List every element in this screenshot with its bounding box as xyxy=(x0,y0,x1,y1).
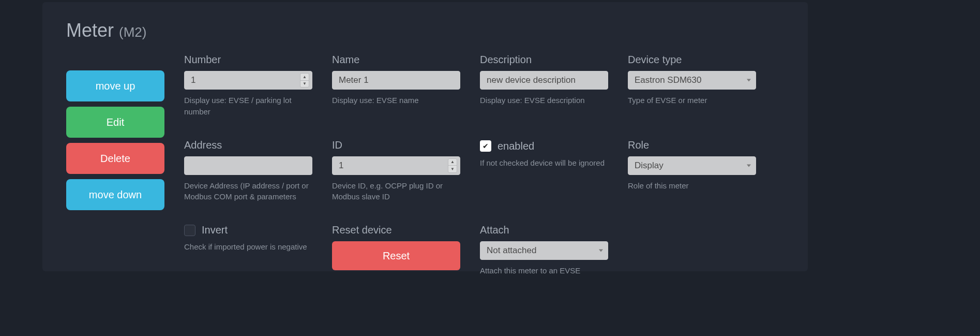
edit-button[interactable]: Edit xyxy=(66,107,164,138)
device-type-hint: Type of EVSE or meter xyxy=(628,95,756,106)
attach-hint: Attach this meter to an EVSE xyxy=(480,265,608,276)
attach-label: Attach xyxy=(480,224,608,236)
attach-select-wrap[interactable] xyxy=(480,241,608,260)
form-grid: Number ▲ ▼ Display use: EVSE / parking l… xyxy=(184,54,784,276)
reset-button[interactable]: Reset xyxy=(332,241,460,270)
page-title: Meter (M2) xyxy=(66,20,784,41)
field-invert: Invert Check if imported power is negati… xyxy=(184,224,312,276)
role-select[interactable] xyxy=(628,156,756,175)
enabled-hint: If not checked device will be ignored xyxy=(480,157,608,169)
device-type-select[interactable] xyxy=(628,71,756,90)
check-icon: ✔ xyxy=(483,142,489,150)
description-hint: Display use: EVSE description xyxy=(480,95,608,106)
address-input[interactable] xyxy=(184,156,312,175)
attach-select[interactable] xyxy=(480,241,608,260)
side-button-column: move up Edit Delete move down xyxy=(66,54,164,276)
chevron-down-icon[interactable]: ▼ xyxy=(448,166,457,172)
panel-body: move up Edit Delete move down Number ▲ ▼… xyxy=(66,54,784,276)
invert-label: Invert xyxy=(202,224,228,236)
id-stepper[interactable]: ▲ ▼ xyxy=(448,158,457,173)
field-role: Role Role of this meter xyxy=(628,139,756,203)
delete-button[interactable]: Delete xyxy=(66,143,164,174)
id-input[interactable] xyxy=(332,156,460,175)
role-label: Role xyxy=(628,139,756,151)
title-main: Meter xyxy=(66,20,114,41)
meter-panel: Meter (M2) move up Edit Delete move down… xyxy=(42,2,808,271)
name-hint: Display use: EVSE name xyxy=(332,95,460,106)
empty-cell xyxy=(628,224,756,276)
role-select-wrap[interactable] xyxy=(628,156,756,175)
field-reset: Reset device Reset xyxy=(332,224,460,276)
move-up-button[interactable]: move up xyxy=(66,70,164,101)
id-hint: Device ID, e.g. OCPP plug ID or Modbus s… xyxy=(332,180,460,203)
number-input-wrap: ▲ ▼ xyxy=(184,71,312,90)
title-sub: (M2) xyxy=(119,24,146,40)
move-down-button[interactable]: move down xyxy=(66,179,164,210)
name-input[interactable] xyxy=(332,71,460,90)
field-address: Address Device Address (IP address / por… xyxy=(184,139,312,203)
chevron-up-icon[interactable]: ▲ xyxy=(448,159,457,166)
field-enabled: ✔ enabled If not checked device will be … xyxy=(480,139,608,203)
number-stepper[interactable]: ▲ ▼ xyxy=(300,73,309,87)
number-label: Number xyxy=(184,54,312,66)
device-type-select-wrap[interactable] xyxy=(628,71,756,90)
name-label: Name xyxy=(332,54,460,66)
invert-row: Invert xyxy=(184,224,312,236)
description-input[interactable] xyxy=(480,71,608,90)
field-attach: Attach Attach this meter to an EVSE xyxy=(480,224,608,276)
address-label: Address xyxy=(184,139,312,151)
field-number: Number ▲ ▼ Display use: EVSE / parking l… xyxy=(184,54,312,118)
invert-hint: Check if imported power is negative xyxy=(184,241,312,253)
address-hint: Device Address (IP address / port or Mod… xyxy=(184,180,312,203)
field-description: Description Display use: EVSE descriptio… xyxy=(480,54,608,118)
number-hint: Display use: EVSE / parking lot number xyxy=(184,95,312,118)
id-label: ID xyxy=(332,139,460,151)
field-name: Name Display use: EVSE name xyxy=(332,54,460,118)
id-input-wrap: ▲ ▼ xyxy=(332,156,460,175)
chevron-down-icon[interactable]: ▼ xyxy=(300,81,309,87)
enabled-row: ✔ enabled xyxy=(480,140,608,152)
number-input[interactable] xyxy=(184,71,312,90)
chevron-up-icon[interactable]: ▲ xyxy=(300,74,309,81)
field-id: ID ▲ ▼ Device ID, e.g. OCPP plug ID or M… xyxy=(332,139,460,203)
reset-label: Reset device xyxy=(332,224,460,236)
field-device-type: Device type Type of EVSE or meter xyxy=(628,54,756,118)
enabled-checkbox[interactable]: ✔ xyxy=(480,140,491,152)
device-type-label: Device type xyxy=(628,54,756,66)
role-hint: Role of this meter xyxy=(628,180,756,192)
description-label: Description xyxy=(480,54,608,66)
invert-checkbox[interactable] xyxy=(184,225,195,236)
enabled-label: enabled xyxy=(497,140,534,152)
